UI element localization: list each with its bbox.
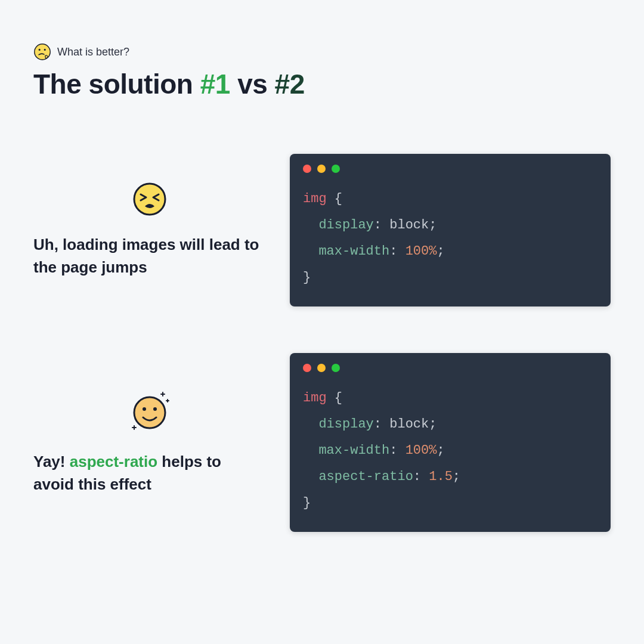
svg-point-12 (153, 407, 157, 411)
title-num2: #2 (275, 69, 305, 100)
svg-point-3 (134, 184, 165, 215)
svg-point-2 (44, 49, 46, 51)
smiling-face-icon (126, 389, 174, 434)
svg-point-10 (134, 397, 165, 428)
close-dot-icon (303, 364, 311, 372)
caption-pre: Yay! (33, 453, 70, 470)
code-content-1: img { display: block; max-width: 100%; } (303, 186, 597, 291)
close-dot-icon (303, 165, 311, 173)
maximize-dot-icon (332, 364, 340, 372)
svg-point-1 (39, 49, 41, 51)
thinking-face-icon (33, 43, 51, 61)
eyebrow-text: What is better? (57, 46, 129, 58)
solution-row-2: Yay! aspect-ratio helps to avoid this ef… (33, 353, 611, 532)
minimize-dot-icon (317, 364, 326, 372)
svg-point-11 (143, 407, 146, 411)
title-num1: #1 (200, 69, 230, 100)
window-controls (303, 165, 597, 173)
solution-2-caption: Yay! aspect-ratio helps to avoid this ef… (33, 451, 266, 496)
title-sep: vs (230, 69, 275, 100)
tired-face-icon (132, 181, 168, 217)
title-part1: The solution (33, 69, 200, 100)
solution-1-caption: Uh, loading images will lead to the page… (33, 234, 266, 278)
window-controls (303, 364, 597, 372)
eyebrow: What is better? (33, 43, 611, 61)
code-block-1: img { display: block; max-width: 100%; } (290, 154, 611, 306)
maximize-dot-icon (332, 165, 340, 173)
page-title: The solution #1 vs #2 (33, 68, 611, 100)
solution-row-1: Uh, loading images will lead to the page… (33, 154, 611, 306)
code-content-2: img { display: block; max-width: 100%; a… (303, 385, 597, 516)
caption-accent: aspect-ratio (70, 453, 157, 470)
minimize-dot-icon (317, 165, 326, 173)
code-block-2: img { display: block; max-width: 100%; a… (290, 353, 611, 532)
